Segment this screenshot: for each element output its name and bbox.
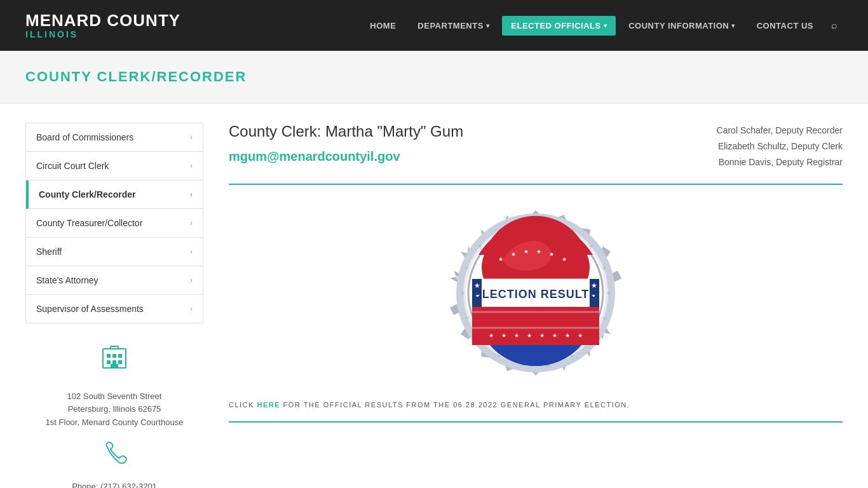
logo[interactable]: MENARD COUNTY ILLINOIS: [25, 11, 180, 40]
search-icon[interactable]: ⌕: [826, 15, 843, 36]
sidebar-item-label: Circuit Court Clerk: [36, 161, 109, 171]
svg-text:★: ★: [514, 332, 519, 339]
chevron-right-icon: ›: [190, 219, 193, 227]
sidebar: Board of Commissioners›Circuit Court Cle…: [25, 123, 203, 488]
nav-item-county-information[interactable]: COUNTY INFORMATION▾: [620, 16, 744, 36]
svg-text:★: ★: [527, 332, 532, 339]
svg-text:★: ★: [549, 251, 554, 257]
chevron-right-icon: ›: [190, 276, 193, 285]
svg-text:★: ★: [511, 251, 516, 257]
content-top: County Clerk: Martha "Marty" Gum mgum@me…: [229, 123, 843, 171]
election-text-prefix: CLICK: [229, 401, 257, 409]
chevron-right-icon: ›: [190, 247, 193, 256]
svg-text:★: ★: [501, 332, 506, 339]
sidebar-item-county-treasurer-collector[interactable]: County Treasurer/Collector›: [26, 209, 203, 238]
chevron-right-icon: ›: [190, 190, 193, 199]
svg-text:★: ★: [489, 332, 494, 339]
svg-rect-6: [118, 360, 122, 364]
sidebar-item-county-clerk-recorder[interactable]: County Clerk/Recorder›: [26, 180, 203, 209]
divider-bottom: [229, 421, 843, 423]
chevron-down-icon: ▾: [604, 22, 607, 29]
address-line3: 1st Floor, Menard County Courthouse: [25, 416, 203, 430]
svg-text:★: ★: [552, 332, 557, 339]
svg-text:★: ★: [539, 332, 545, 339]
sidebar-item-circuit-court-clerk[interactable]: Circuit Court Clerk›: [26, 152, 203, 180]
sidebar-item-label: Sheriff: [36, 247, 62, 257]
sidebar-item-board-of-commissioners[interactable]: Board of Commissioners›: [26, 123, 203, 152]
svg-text:★: ★: [498, 256, 503, 262]
sidebar-item-label: County Treasurer/Collector: [36, 218, 142, 228]
election-badge-container: ★ ★ ★ ★ ★ ★ ★ ★ ★ ★ ★ ★ ★ ★ ★: [229, 198, 843, 388]
sidebar-menu: Board of Commissioners›Circuit Court Cle…: [25, 123, 203, 323]
staff-member: Bonnie Davis, Deputy Registrar: [717, 154, 843, 170]
nav-item-home[interactable]: HOME: [361, 16, 405, 36]
page-title: COUNTY CLERK/RECORDER: [25, 69, 843, 85]
svg-rect-2: [112, 354, 116, 358]
svg-rect-10: [111, 364, 118, 368]
election-badge[interactable]: ★ ★ ★ ★ ★ ★ ★ ★ ★ ★ ★ ★ ★ ★ ★: [428, 198, 644, 388]
svg-rect-1: [107, 354, 111, 358]
logo-subtitle: ILLINOIS: [25, 29, 180, 39]
logo-title: MENARD COUNTY: [25, 11, 180, 30]
phone-icon: [25, 440, 203, 474]
main-container: Board of Commissioners›Circuit Court Cle…: [0, 104, 868, 488]
clerk-info: County Clerk: Martha "Marty" Gum mgum@me…: [229, 123, 463, 168]
svg-text:★: ★: [606, 290, 612, 295]
sidebar-item-label: Supervisor of Assessments: [36, 304, 144, 314]
staff-member: Carol Schafer, Deputy Recorder: [717, 123, 843, 139]
main-content: County Clerk: Martha "Marty" Gum mgum@me…: [229, 123, 843, 435]
svg-text:★: ★: [459, 290, 466, 295]
main-nav: HOMEDEPARTMENTS▾ELECTED OFFICIALS▾COUNTY…: [361, 15, 843, 36]
clerk-name: County Clerk: Martha "Marty" Gum: [229, 123, 463, 140]
sidebar-item-label: Board of Commissioners: [36, 132, 133, 142]
building-icon: [25, 342, 203, 384]
election-text-suffix: FOR THE OFFICIAL RESULTS FROM THE 06.28.…: [280, 401, 630, 409]
chevron-right-icon: ›: [190, 133, 193, 142]
staff-member: Elizabeth Schultz, Deputy Clerk: [717, 139, 843, 154]
svg-text:ELECTION RESULTS: ELECTION RESULTS: [474, 288, 598, 301]
header: MENARD COUNTY ILLINOIS HOMEDEPARTMENTS▾E…: [0, 0, 868, 51]
sidebar-item-label: State's Attorney: [36, 275, 98, 285]
election-results-text: CLICK HERE FOR THE OFFICIAL RESULTS FROM…: [229, 401, 843, 409]
sidebar-address: 102 South Seventh Street Petersburg, Ill…: [25, 342, 203, 488]
svg-rect-3: [118, 354, 122, 358]
svg-text:★: ★: [536, 248, 541, 255]
svg-rect-5: [112, 360, 116, 364]
nav-item-contact-us[interactable]: CONTACT US: [748, 16, 822, 36]
svg-text:★: ★: [524, 248, 529, 255]
election-here-link[interactable]: HERE: [257, 401, 280, 409]
staff-info: Carol Schafer, Deputy RecorderElizabeth …: [717, 123, 843, 171]
chevron-right-icon: ›: [190, 161, 193, 170]
sidebar-item-sheriff[interactable]: Sheriff›: [26, 238, 203, 266]
svg-text:★: ★: [565, 332, 570, 339]
sidebar-item-state's-attorney[interactable]: State's Attorney›: [26, 266, 203, 295]
svg-text:★: ★: [562, 256, 567, 262]
sidebar-item-supervisor-of-assessments[interactable]: Supervisor of Assessments›: [26, 295, 203, 323]
nav-item-departments[interactable]: DEPARTMENTS▾: [409, 16, 498, 36]
svg-rect-4: [107, 360, 111, 364]
nav-item-elected-officials[interactable]: ELECTED OFFICIALS▾: [502, 16, 616, 36]
chevron-down-icon: ▾: [731, 22, 735, 29]
chevron-right-icon: ›: [190, 304, 193, 313]
phone-label: Phone: (217) 632-3201: [25, 480, 203, 488]
clerk-email-link[interactable]: mgum@menardcountyil.gov: [229, 149, 463, 164]
address-line1: 102 South Seventh Street: [25, 390, 203, 403]
divider-top: [229, 184, 843, 185]
page-title-bar: COUNTY CLERK/RECORDER: [0, 51, 868, 104]
svg-text:★: ★: [578, 332, 583, 339]
chevron-down-icon: ▾: [486, 22, 490, 29]
sidebar-item-label: County Clerk/Recorder: [39, 189, 135, 200]
address-line2: Petersburg, Illinois 62675: [25, 403, 203, 416]
